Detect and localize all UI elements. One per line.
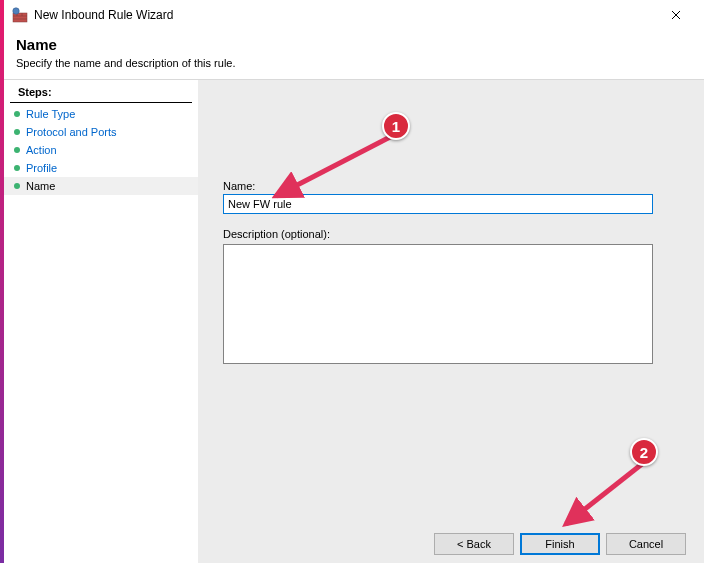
window-title: New Inbound Rule Wizard <box>34 8 656 22</box>
svg-point-5 <box>13 8 19 14</box>
description-label: Description (optional): <box>223 228 680 240</box>
bullet-icon <box>14 147 20 153</box>
steps-sidebar: Steps: Rule Type Protocol and Ports Acti… <box>4 80 199 563</box>
name-input[interactable] <box>223 194 653 214</box>
step-label: Rule Type <box>26 108 75 120</box>
page-subtitle: Specify the name and description of this… <box>16 57 692 69</box>
main-panel: Name: Description (optional): < Back Fin… <box>199 80 704 563</box>
firewall-icon <box>12 7 28 23</box>
annotation-number: 2 <box>640 444 648 461</box>
wizard-header: Name Specify the name and description of… <box>4 30 704 80</box>
cancel-button[interactable]: Cancel <box>606 533 686 555</box>
step-name[interactable]: Name <box>4 177 198 195</box>
titlebar: New Inbound Rule Wizard <box>4 0 704 30</box>
annotation-callout-2: 2 <box>630 438 658 466</box>
step-label: Profile <box>26 162 57 174</box>
step-action[interactable]: Action <box>4 141 198 159</box>
annotation-number: 1 <box>392 118 400 135</box>
step-label: Name <box>26 180 55 192</box>
name-label: Name: <box>223 180 680 192</box>
bullet-icon <box>14 111 20 117</box>
step-protocol-ports[interactable]: Protocol and Ports <box>4 123 198 141</box>
close-button[interactable] <box>656 1 696 29</box>
step-label: Protocol and Ports <box>26 126 117 138</box>
finish-button[interactable]: Finish <box>520 533 600 555</box>
step-profile[interactable]: Profile <box>4 159 198 177</box>
page-title: Name <box>16 36 692 53</box>
bullet-icon <box>14 165 20 171</box>
step-label: Action <box>26 144 57 156</box>
back-button[interactable]: < Back <box>434 533 514 555</box>
wizard-footer: < Back Finish Cancel <box>434 533 686 555</box>
description-input[interactable] <box>223 244 653 364</box>
bullet-icon <box>14 129 20 135</box>
steps-header: Steps: <box>10 80 192 103</box>
step-rule-type[interactable]: Rule Type <box>4 105 198 123</box>
annotation-callout-1: 1 <box>382 112 410 140</box>
bullet-icon <box>14 183 20 189</box>
